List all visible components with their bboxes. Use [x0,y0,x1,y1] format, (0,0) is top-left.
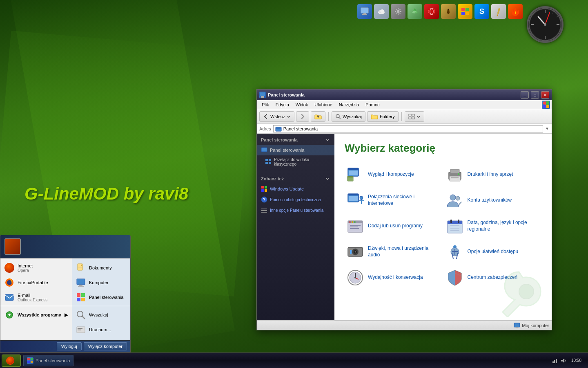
start-menu-left: Internet Opera FirefoxPortable [0,258,72,340]
start-item-firefox[interactable]: FirefoxPortable [0,275,72,290]
svg-point-114 [77,311,83,317]
ant-icon[interactable] [441,4,456,19]
windows-update-icon [261,186,267,192]
taskbar-items: Panel sterowania [23,355,552,366]
folder-up-button[interactable] [311,111,325,122]
category-network[interactable]: Połączenia sieciowe i internetowe [345,188,442,212]
svg-rect-98 [514,323,520,327]
category-printer[interactable]: Drukarki i inny sprzęt [444,163,542,186]
menu-widok[interactable]: Widok [292,101,312,108]
start-menu-footer: Wyloguj Wyłącz komputer [0,340,130,352]
svg-rect-99 [516,327,518,328]
svg-rect-15 [466,12,469,15]
clock-area[interactable]: 10:58 [568,357,585,364]
svg-rect-108 [79,285,82,286]
svg-rect-12 [461,8,465,11]
tray-volume-icon[interactable] [560,357,566,364]
start-item-all-programs[interactable]: Wszystkie programy ▶ [0,307,72,322]
svg-rect-50 [261,209,267,209]
svg-rect-61 [451,177,459,178]
close-button[interactable]: ✕ [541,91,549,99]
panel-content-title: Wybierz kategorię [345,142,541,155]
start-item-email[interactable]: E-mail Outlook Express [0,290,72,305]
performance-icon [347,269,364,286]
sidebar-update-label: Windows Update [270,186,304,191]
svg-point-63 [458,173,459,175]
start-button[interactable] [2,355,21,367]
category-accessibility[interactable]: Opcje ułatwień dostępu [444,240,542,264]
sidebar-windows-update[interactable]: Windows Update [257,184,334,194]
opera-icon[interactable] [424,4,439,19]
start-item-search[interactable]: Wyszukaj [72,307,130,322]
svg-rect-65 [348,194,359,195]
pencil-icon[interactable] [491,4,506,19]
tray-network-icon[interactable] [552,357,558,364]
svg-rect-2 [362,14,367,15]
start-orb [6,357,14,365]
view-button[interactable] [405,111,424,122]
color-puzzle-icon[interactable] [458,4,472,19]
svg-rect-107 [77,279,85,285]
menu-pomoc[interactable]: Pomoc [362,101,383,108]
sidebar-panel-icon[interactable]: Panel sterowania [257,145,334,155]
start-item-panel[interactable]: Panel sterowania [72,290,130,305]
address-dropdown-arrow[interactable]: ▼ [545,126,549,131]
panel-address-bar[interactable]: Adres Panel sterowania ▼ [257,124,552,134]
recycle-icon[interactable] [408,4,422,19]
category-appearance[interactable]: Wygląd i kompozycje [345,163,442,186]
category-programs[interactable]: Dodaj lub usuń programy [345,214,442,238]
menu-narzedzia[interactable]: Narzędzia [336,101,363,108]
start-menu-body: Internet Opera FirefoxPortable [0,258,130,340]
s-app-icon[interactable]: S [474,4,489,19]
cloud-folder-icon[interactable] [374,4,389,19]
category-datetime[interactable]: Data, godzina, język i opcje regionalne [444,214,542,238]
monitor-icon[interactable] [357,4,372,19]
maximize-button[interactable]: □ [531,91,539,99]
minimize-button[interactable]: _ [521,91,529,99]
folders-button[interactable]: Foldery [367,111,399,122]
menu-edycja[interactable]: Edycja [272,101,292,108]
network-icon [347,192,364,209]
documents-icon [76,263,86,273]
internet-label: Internet [18,263,33,268]
sidebar-help[interactable]: ? Pomoc i obsługa techniczna [257,194,334,205]
category-users[interactable]: Konta użytkowników [444,188,542,212]
shutdown-button[interactable]: Wyłącz komputer [84,342,127,350]
back-button[interactable]: Wstecz [259,111,294,122]
svg-point-10 [447,11,450,14]
datetime-icon [446,218,463,235]
gear-icon[interactable] [391,4,405,19]
start-item-documents[interactable]: Dokumenty [72,260,130,275]
options-icon [261,207,267,213]
logout-button[interactable]: Wyloguj [57,342,82,350]
svg-point-28 [544,23,546,26]
svg-text:?: ? [263,197,265,202]
appearance-icon [347,166,364,183]
svg-rect-102 [5,294,13,301]
start-item-computer[interactable]: Komputer [72,275,130,290]
svg-rect-66 [349,196,358,201]
sidebar-other-options[interactable]: Inne opcje Panelu sterowania [257,205,334,215]
start-item-run[interactable]: Uruchom... [72,322,130,337]
panel-sidebar: Panel sterowania Panel sterowania Przełą… [257,134,334,320]
svg-rect-14 [461,12,465,15]
category-security[interactable]: Centrum zabezpieczeń [444,266,542,289]
sidebar-panel-label: Panel sterowania [270,148,304,153]
search-button[interactable]: Wyszukaj [332,111,365,122]
taskbar-item-panel[interactable]: Panel sterowania [23,355,74,366]
sound-icon [347,243,364,260]
statusbar-computer-icon [514,323,520,328]
forward-button[interactable] [296,111,309,122]
svg-rect-119 [27,358,30,360]
menu-ulubione[interactable]: Ulubione [311,101,335,108]
panel-menubar: Plik Edycja Widok Ulubione Narzędzia Pom… [257,100,552,109]
network-label: Połączenia sieciowe i internetowe [368,194,440,206]
flame-icon[interactable] [508,4,523,19]
sidebar-classic-view[interactable]: Przełącz do widoku klasycznego [257,155,334,168]
category-sound[interactable]: Dźwięki, mowa i urządzenia audio [345,240,442,264]
appearance-label: Wygląd i kompozycje [368,171,414,178]
windows-logo-btn[interactable] [542,101,550,109]
category-performance[interactable]: Wydajność i konserwacja [345,266,442,289]
start-item-internet[interactable]: Internet Opera [0,260,72,275]
menu-plik[interactable]: Plik [258,101,272,108]
